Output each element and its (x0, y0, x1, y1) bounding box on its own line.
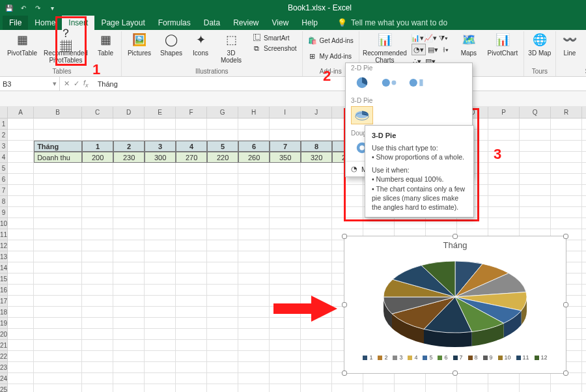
cell[interactable] (301, 174, 332, 185)
cell[interactable]: Tháng (34, 141, 82, 152)
cell[interactable]: 300 (145, 152, 176, 163)
chart-object[interactable]: Tháng 123456789101112 (344, 236, 566, 374)
cell[interactable] (207, 296, 238, 307)
cell[interactable] (582, 163, 586, 174)
cell[interactable] (457, 373, 488, 384)
line-chart-button[interactable]: 📈▾ (425, 33, 436, 43)
icons-button[interactable]: ✦Icons (189, 33, 212, 57)
cell[interactable] (145, 296, 176, 307)
cell[interactable] (207, 340, 238, 351)
cell[interactable] (34, 273, 82, 285)
cell[interactable] (145, 174, 176, 185)
cell[interactable] (82, 185, 113, 196)
cell[interactable] (113, 362, 145, 373)
cell[interactable] (582, 318, 586, 329)
cell[interactable] (332, 185, 363, 196)
cell[interactable] (488, 174, 520, 185)
cell[interactable] (582, 373, 586, 384)
cell[interactable] (270, 174, 301, 185)
cell[interactable] (34, 362, 82, 373)
cell[interactable] (82, 373, 113, 384)
cell[interactable] (301, 130, 332, 141)
cell[interactable] (238, 163, 270, 174)
cell[interactable] (145, 384, 176, 392)
row-header-5[interactable]: 5 (0, 163, 8, 174)
cell[interactable] (82, 119, 113, 130)
screenshot-button[interactable]: ⧉Screenshot (251, 43, 298, 53)
cell[interactable] (113, 307, 145, 318)
cell[interactable] (8, 141, 34, 152)
cell[interactable] (82, 229, 113, 240)
legend-item[interactable]: 3 (393, 354, 402, 361)
col-header-B[interactable]: B (34, 107, 82, 119)
cell[interactable] (113, 163, 145, 174)
cell[interactable]: 2 (113, 141, 145, 152)
cell[interactable]: 200 (82, 152, 113, 163)
col-header-C[interactable]: C (82, 107, 113, 119)
cell[interactable] (457, 384, 488, 392)
row-header-22[interactable]: 22 (0, 351, 8, 362)
cell[interactable] (395, 384, 426, 392)
cell[interactable] (8, 373, 34, 384)
cell[interactable] (207, 329, 238, 340)
cell[interactable] (520, 163, 551, 174)
cell[interactable] (113, 296, 145, 307)
cell[interactable] (270, 362, 301, 373)
legend-item[interactable]: 11 (516, 354, 529, 361)
cell[interactable] (176, 218, 207, 229)
redo-icon[interactable]: ↷ (33, 3, 43, 13)
cell[interactable] (270, 163, 301, 174)
cell[interactable] (176, 318, 207, 329)
funnel-chart-button[interactable]: ⧩▾ (438, 33, 449, 43)
cell[interactable] (82, 296, 113, 307)
cell[interactable] (582, 251, 586, 262)
cell[interactable] (238, 251, 270, 262)
cell[interactable]: 260 (238, 152, 270, 163)
cell[interactable] (301, 240, 332, 251)
cell[interactable] (207, 351, 238, 362)
cell[interactable] (34, 296, 82, 307)
cell[interactable] (82, 273, 113, 285)
cell[interactable]: 230 (113, 152, 145, 163)
cell[interactable] (145, 207, 176, 218)
tell-me-search[interactable]: 💡 Tell me what you want to do (337, 18, 447, 30)
cell[interactable] (145, 119, 176, 130)
undo-icon[interactable]: ↶ (18, 3, 29, 13)
table-button[interactable]: ▦Table (94, 33, 117, 57)
cell[interactable] (8, 329, 34, 340)
cell[interactable] (238, 185, 270, 196)
cell[interactable] (551, 196, 582, 207)
cell[interactable] (34, 262, 82, 273)
cell[interactable] (8, 251, 34, 262)
cell[interactable] (145, 218, 176, 229)
cell[interactable] (426, 384, 457, 392)
cell[interactable] (207, 251, 238, 262)
cell[interactable] (145, 262, 176, 273)
chevron-down-icon[interactable]: ▾ (53, 79, 57, 88)
tab-formulas[interactable]: Formulas (152, 16, 197, 30)
cell[interactable] (582, 196, 586, 207)
cell[interactable] (582, 340, 586, 351)
cell[interactable] (207, 273, 238, 285)
get-addins-button[interactable]: 🛍️Get Add-ins (307, 35, 355, 46)
cell[interactable] (457, 218, 488, 229)
cell[interactable] (145, 130, 176, 141)
legend-item[interactable]: 2 (378, 354, 387, 361)
cell[interactable] (270, 240, 301, 251)
cell[interactable] (582, 185, 586, 196)
cell[interactable] (207, 130, 238, 141)
cell[interactable] (582, 285, 586, 296)
col-header-I[interactable]: I (270, 107, 301, 119)
cell[interactable] (207, 240, 238, 251)
cell[interactable] (176, 207, 207, 218)
cell[interactable] (488, 373, 520, 384)
cell[interactable] (113, 119, 145, 130)
cell[interactable] (238, 351, 270, 362)
cell[interactable] (582, 351, 586, 362)
3d-map-button[interactable]: 🌐3D Map (528, 33, 551, 57)
cell[interactable] (520, 384, 551, 392)
cell[interactable] (145, 351, 176, 362)
cell[interactable] (176, 174, 207, 185)
cell[interactable] (145, 185, 176, 196)
legend-item[interactable]: 5 (423, 354, 432, 361)
